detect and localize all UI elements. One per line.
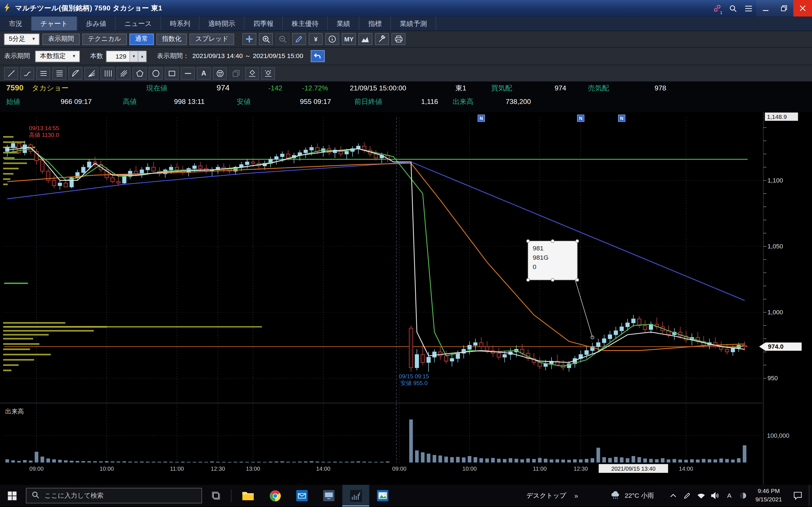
freehand-tool-icon[interactable] — [20, 67, 35, 79]
volume-bar — [245, 462, 249, 462]
selection-handle[interactable] — [576, 239, 579, 242]
screen-share-app-icon[interactable] — [315, 485, 343, 506]
eraser-tool-icon[interactable] — [245, 67, 259, 79]
mail-app-icon[interactable] — [289, 485, 315, 506]
yen-scale-button[interactable]: ¥ — [309, 33, 323, 45]
volume-bar — [29, 460, 33, 462]
reset-period-button[interactable] — [310, 50, 324, 62]
tab-earnings[interactable]: 業績 — [328, 17, 359, 31]
chart-style-icon[interactable] — [359, 33, 373, 45]
parallel-lines-tool-icon[interactable] — [116, 67, 131, 79]
horizontal-segment-tool-icon[interactable] — [181, 67, 195, 79]
tab-time-series[interactable]: 時系列 — [161, 17, 200, 31]
zoom-in-icon[interactable] — [259, 33, 273, 45]
chart-toolbar: 5分足 表示期間テクニカル通常指数化スプレッド ¥MY — [0, 31, 812, 48]
chrome-app-icon[interactable] — [262, 485, 289, 506]
volume-bar — [327, 462, 331, 462]
taskbar-search-input[interactable]: ここに入力して検索 — [26, 488, 202, 503]
indexed-button[interactable]: 指数化 — [156, 33, 187, 45]
horizontal-lines-tool-icon[interactable] — [36, 67, 50, 79]
volume-bar — [93, 461, 97, 462]
trading-app-app-icon[interactable] — [342, 485, 369, 506]
my-settings-button[interactable]: MY — [342, 33, 356, 45]
fan-lines-tool-icon[interactable] — [84, 67, 98, 79]
count-increment-button[interactable] — [138, 50, 146, 62]
hidden-icons-icon[interactable] — [666, 485, 680, 506]
draw-mode-icon[interactable] — [292, 33, 306, 45]
task-view-button[interactable] — [204, 485, 228, 506]
tools-icon[interactable] — [375, 33, 389, 45]
menu-icon[interactable] — [741, 0, 756, 17]
tab-market[interactable]: 市況 — [0, 17, 32, 31]
start-button[interactable] — [0, 485, 24, 506]
link-icon[interactable]: 1 — [709, 0, 725, 17]
low-price: 955 09:17 — [300, 98, 331, 106]
price-chart[interactable]: 出来高NNN09/13 14:55高値 1130.009/15 09:15安値 … — [0, 112, 812, 485]
clear-all-tool-icon[interactable] — [261, 67, 275, 79]
bar-count-input[interactable]: 129 — [106, 50, 146, 62]
pentagon-tool-icon[interactable] — [133, 67, 147, 79]
file-explorer-app-icon[interactable] — [235, 485, 262, 506]
tab-chart[interactable]: チャート — [32, 17, 77, 31]
ime-mode-icon[interactable] — [737, 485, 751, 506]
search-icon[interactable] — [725, 0, 741, 17]
show-desktop-button[interactable] — [809, 485, 812, 506]
fibonacci-arc-tool-icon[interactable] — [68, 67, 82, 79]
info-icon[interactable] — [325, 33, 340, 45]
tab-shikiho[interactable]: 四季報 — [245, 17, 283, 31]
volume-icon[interactable] — [708, 485, 722, 506]
maximize-button[interactable] — [775, 0, 794, 17]
ellipse-tool-icon[interactable] — [149, 67, 163, 79]
icon-stamp-tool-icon[interactable] — [213, 67, 227, 79]
selection-handle[interactable] — [526, 278, 529, 281]
technical-button[interactable]: テクニカル — [82, 33, 127, 45]
timeframe-select[interactable]: 5分足 — [4, 33, 40, 45]
count-decrement-button[interactable] — [130, 50, 138, 62]
crosshair-icon[interactable] — [243, 33, 257, 45]
volume-bar — [591, 458, 594, 462]
rectangle-tool-icon[interactable] — [165, 67, 179, 79]
photos-app-icon[interactable] — [369, 485, 396, 506]
tab-news[interactable]: ニュース — [116, 17, 161, 31]
ime-icon[interactable]: A — [722, 485, 737, 506]
selection-handle[interactable] — [576, 278, 579, 281]
network-icon[interactable] — [695, 485, 709, 506]
candle-body — [274, 157, 278, 159]
zoom-out-icon[interactable] — [276, 33, 290, 45]
print-icon[interactable] — [392, 33, 406, 45]
volume-bar — [509, 458, 512, 462]
volume-bar — [41, 457, 44, 462]
action-center-button[interactable] — [787, 485, 808, 506]
minimize-button[interactable] — [756, 0, 775, 17]
volume-profile-bar — [3, 359, 34, 361]
taskbar-clock[interactable]: 9:46 PM 9/15/2021 — [750, 488, 787, 504]
vertical-lines-tool-icon[interactable] — [100, 67, 114, 79]
tab-indicators[interactable]: 指標 — [359, 17, 391, 31]
tab-tick[interactable]: 歩み値 — [77, 17, 116, 31]
count-mode-select[interactable]: 本数指定 — [35, 50, 80, 62]
chart-area[interactable]: 出来高NNN09/13 14:55高値 1130.009/15 09:15安値 … — [0, 112, 812, 485]
pen-icon[interactable] — [680, 485, 695, 506]
tab-timely-disclosure[interactable]: 適時開示 — [199, 17, 245, 31]
weather-widget[interactable]: 22°C 小雨 — [606, 490, 658, 501]
timeframe-value: 5分足 — [9, 35, 26, 43]
duplicate-tool-icon[interactable] — [229, 67, 243, 79]
selection-handle[interactable] — [551, 278, 554, 281]
desktop-toolbar[interactable]: デスクトップ » — [519, 491, 585, 500]
volume-bar — [497, 459, 501, 462]
trend-line-tool-icon[interactable] — [4, 67, 18, 79]
chevron-right-icon[interactable]: » — [574, 492, 578, 500]
volume-bar — [239, 462, 243, 462]
grid-lines-tool-icon[interactable] — [52, 67, 66, 79]
text-tool-icon[interactable]: A — [197, 67, 211, 79]
normal-button[interactable]: 通常 — [130, 33, 154, 45]
tab-shareholder-benefits[interactable]: 株主優待 — [283, 17, 328, 31]
display-period-button[interactable]: 表示期間 — [42, 33, 80, 45]
selection-handle[interactable] — [551, 239, 554, 242]
candle-body — [64, 183, 68, 187]
spread-button[interactable]: スプレッド — [190, 33, 234, 45]
tab-earnings-forecast[interactable]: 業績予測 — [391, 17, 436, 31]
selection-handle[interactable] — [526, 239, 529, 242]
close-button[interactable] — [794, 0, 812, 17]
candle-body — [287, 154, 290, 158]
